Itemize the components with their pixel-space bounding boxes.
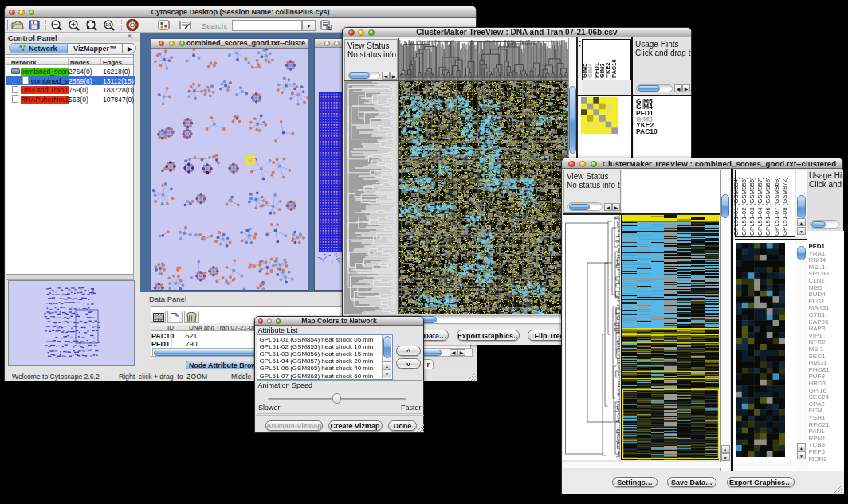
svg-text:1:1: 1:1 [105, 22, 111, 27]
